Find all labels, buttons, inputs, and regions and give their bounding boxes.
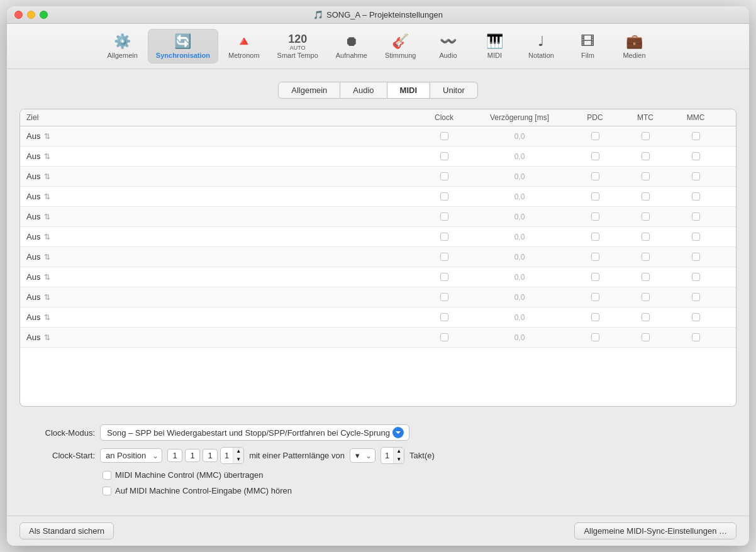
mmc-checkbox-6[interactable] xyxy=(692,233,700,241)
pdc-checkbox-9[interactable] xyxy=(591,293,599,301)
toolbar-item-allgemein[interactable]: ⚙️ Allgemein xyxy=(100,30,145,63)
spinner-icon[interactable]: ⇅ xyxy=(44,293,50,302)
toolbar-item-notation[interactable]: ♩ Notation xyxy=(519,30,563,63)
pdc-checkbox-11[interactable] xyxy=(591,333,599,341)
gear-icon: ⚙️ xyxy=(114,33,131,50)
toolbar-item-smart-tempo[interactable]: 120 AUTO Smart Tempo xyxy=(270,30,326,63)
clock-checkbox-3[interactable] xyxy=(440,172,448,180)
pdc-checkbox-8[interactable] xyxy=(591,273,599,281)
clock-start-label: Clock-Start: xyxy=(32,451,95,460)
toolbar-item-synchronisation[interactable]: 🔄 Synchronisation xyxy=(148,29,218,63)
clock-checkbox-9[interactable] xyxy=(440,293,448,301)
mmc-checkbox-2[interactable] xyxy=(692,152,700,160)
toolbar-item-medien[interactable]: 💼 Medien xyxy=(612,30,656,63)
pdc-checkbox-5[interactable] xyxy=(591,213,599,221)
mmc-send-checkbox[interactable] xyxy=(103,471,111,480)
clock-start-position-select[interactable]: an Position xyxy=(100,448,162,463)
mmc-checkbox-11[interactable] xyxy=(692,333,700,341)
mtc-checkbox-10[interactable] xyxy=(642,313,650,321)
clock-checkbox-8[interactable] xyxy=(440,273,448,281)
pos-step-down[interactable]: ▼ xyxy=(233,456,243,463)
toolbar-item-audio[interactable]: 〰️ Audio xyxy=(426,30,470,63)
pdc-checkbox-10[interactable] xyxy=(591,313,599,321)
clock-checkbox-10[interactable] xyxy=(440,313,448,321)
midi-sync-settings-button[interactable]: Allgemeine MIDI-Sync-Einstellungen … xyxy=(574,522,737,539)
mtc-checkbox-2[interactable] xyxy=(642,152,650,160)
table-row: Aus ⇅ 0,0 xyxy=(20,328,736,348)
spinner-icon[interactable]: ⇅ xyxy=(44,132,50,141)
spinner-icon[interactable]: ⇅ xyxy=(44,333,50,342)
toolbar-item-aufnahme[interactable]: ⏺ Aufnahme xyxy=(328,30,375,63)
pattern-stepper[interactable]: 1 ▲ ▼ xyxy=(381,447,404,464)
pdc-checkbox-4[interactable] xyxy=(591,192,599,201)
mmc-receive-checkbox[interactable] xyxy=(103,487,111,495)
spinner-icon[interactable]: ⇅ xyxy=(44,172,50,181)
pos-step-up[interactable]: ▲ xyxy=(233,448,243,455)
toolbar-item-metronom[interactable]: 🔺 Metronom xyxy=(221,30,267,63)
mmc-checkbox-3[interactable] xyxy=(692,172,700,180)
clock-mode-dropdown-btn[interactable] xyxy=(392,427,404,438)
mtc-checkbox-8[interactable] xyxy=(642,273,650,281)
pattern-stepper-btns: ▲ ▼ xyxy=(393,448,404,463)
pos-val-1: 1 xyxy=(167,449,182,462)
mtc-checkbox-3[interactable] xyxy=(642,172,650,180)
close-button[interactable] xyxy=(14,11,23,19)
mmc-checkbox-5[interactable] xyxy=(692,213,700,221)
clock-checkbox-11[interactable] xyxy=(440,333,448,341)
pdc-checkbox-2[interactable] xyxy=(591,152,599,160)
mmc-checkbox-1[interactable] xyxy=(692,132,700,140)
spinner-icon[interactable]: ⇅ xyxy=(44,313,50,322)
tab-audio[interactable]: Audio xyxy=(340,82,387,99)
pattern-dropdown[interactable]: ▾ xyxy=(350,448,375,463)
spinner-icon[interactable]: ⇅ xyxy=(44,192,50,201)
mtc-checkbox-5[interactable] xyxy=(642,213,650,221)
clock-checkbox-2[interactable] xyxy=(440,152,448,160)
media-icon: 💼 xyxy=(626,33,643,50)
toolbar-item-midi[interactable]: 🎹 MIDI xyxy=(472,30,516,63)
mtc-checkbox-11[interactable] xyxy=(642,333,650,341)
tab-midi[interactable]: MIDI xyxy=(387,82,430,99)
mtc-checkbox-4[interactable] xyxy=(642,192,650,201)
pattern-step-down[interactable]: ▼ xyxy=(394,456,404,463)
mtc-checkbox-7[interactable] xyxy=(642,253,650,261)
window-title: 🎵 SONG_A – Projekteinstellungen xyxy=(313,10,443,19)
clock-checkbox-1[interactable] xyxy=(440,132,448,140)
spinner-icon[interactable]: ⇅ xyxy=(44,253,50,262)
clock-checkbox-7[interactable] xyxy=(440,253,448,261)
tab-allgemein[interactable]: Allgemein xyxy=(278,82,340,99)
pos-stepper[interactable]: 1 ▲ ▼ xyxy=(220,447,244,464)
clock-checkbox-5[interactable] xyxy=(440,213,448,221)
pdc-checkbox-1[interactable] xyxy=(591,132,599,140)
toolbar-item-film[interactable]: 🎞 Film xyxy=(565,30,609,63)
ziel-cell-2: Aus ⇅ xyxy=(26,152,419,161)
mmc-checkbox-10[interactable] xyxy=(692,313,700,321)
clock-checkbox-6[interactable] xyxy=(440,233,448,241)
spinner-icon[interactable]: ⇅ xyxy=(44,152,50,161)
spinner-icon[interactable]: ⇅ xyxy=(44,233,50,241)
save-default-button[interactable]: Als Standard sichern xyxy=(19,522,114,539)
mmc-send-label: MIDI Machine Control (MMC) übertragen xyxy=(115,470,264,480)
pdc-checkbox-6[interactable] xyxy=(591,233,599,241)
table-row: Aus ⇅ 0,0 xyxy=(20,267,736,287)
mmc-checkbox-9[interactable] xyxy=(692,293,700,301)
pattern-step-up[interactable]: ▲ xyxy=(394,448,404,455)
clock-mode-select-container[interactable]: Song – SPP bei Wiedergabestart und Stopp… xyxy=(100,424,409,441)
minimize-button[interactable] xyxy=(27,11,35,19)
spinner-icon[interactable]: ⇅ xyxy=(44,213,50,221)
clock-checkbox-4[interactable] xyxy=(440,192,448,201)
pdc-checkbox-3[interactable] xyxy=(591,172,599,180)
mtc-checkbox-9[interactable] xyxy=(642,293,650,301)
tab-unitor[interactable]: Unitor xyxy=(430,82,478,99)
col-header-scroll xyxy=(721,113,730,122)
toolbar-item-stimmung[interactable]: 🎸 Stimmung xyxy=(377,30,424,63)
mmc-checkbox-7[interactable] xyxy=(692,253,700,261)
mtc-checkbox-1[interactable] xyxy=(642,132,650,140)
mmc-send-row: MIDI Machine Control (MMC) übertragen xyxy=(32,470,724,480)
mmc-checkbox-4[interactable] xyxy=(692,192,700,201)
mtc-checkbox-6[interactable] xyxy=(642,233,650,241)
spinner-icon[interactable]: ⇅ xyxy=(44,273,50,282)
pos-stepper-btns: ▲ ▼ xyxy=(233,448,243,463)
zoom-button[interactable] xyxy=(40,11,48,19)
pdc-checkbox-7[interactable] xyxy=(591,253,599,261)
mmc-checkbox-8[interactable] xyxy=(692,273,700,281)
